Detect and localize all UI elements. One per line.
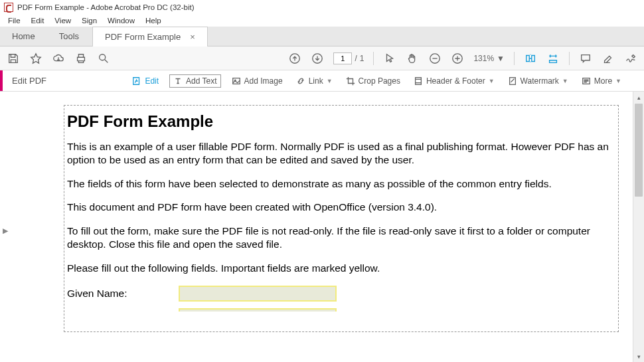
- tool-more[interactable]: More▼: [579, 74, 624, 88]
- given-name-field[interactable]: [179, 286, 337, 302]
- doc-heading[interactable]: PDF Form Example: [67, 112, 615, 131]
- cloud-icon[interactable]: [52, 52, 65, 65]
- doc-paragraph-4[interactable]: To fill out the form, make sure the PDF …: [67, 225, 615, 251]
- form-row-given-name: Given Name:: [67, 286, 615, 302]
- menu-sign[interactable]: Sign: [76, 15, 102, 26]
- zoom-level[interactable]: 131% ▼: [473, 54, 505, 63]
- chevron-down-icon: ▼: [615, 78, 621, 84]
- chevron-down-icon: ▼: [562, 78, 568, 84]
- tab-tools[interactable]: Tools: [47, 27, 91, 46]
- tool-edit[interactable]: Edit: [129, 74, 161, 88]
- separator: [514, 52, 515, 65]
- panel-expand-left[interactable]: ▶: [1, 225, 9, 236]
- tool-crop[interactable]: Crop Pages: [343, 74, 403, 88]
- acrobat-icon: [4, 3, 13, 12]
- page-down-icon[interactable]: [311, 52, 324, 65]
- tool-watermark-label: Watermark: [521, 76, 559, 86]
- chevron-down-icon: ▼: [489, 78, 495, 84]
- page-total: 1: [360, 54, 364, 63]
- edit-tools: Edit Add Text Add Image Link▼ Crop Pages…: [129, 74, 632, 88]
- svg-rect-7: [416, 77, 422, 84]
- scroll-up-icon[interactable]: ▴: [633, 92, 644, 103]
- page-current-input[interactable]: [333, 52, 352, 64]
- zoom-in-icon[interactable]: [451, 52, 464, 65]
- highlight-icon[interactable]: [602, 52, 615, 65]
- tool-add-text-label: Add Text: [186, 76, 216, 86]
- tool-link-label: Link: [309, 76, 323, 86]
- tab-document-label: PDF Form Example: [105, 32, 181, 42]
- svg-point-0: [100, 54, 106, 60]
- doc-paragraph-2[interactable]: The fields of this form have been select…: [67, 177, 615, 191]
- tool-add-image[interactable]: Add Image: [229, 74, 285, 88]
- doc-paragraph-5[interactable]: Please fill out the following fields. Im…: [67, 262, 615, 275]
- menu-window[interactable]: Window: [102, 15, 140, 26]
- hand-icon[interactable]: [406, 52, 419, 65]
- save-icon[interactable]: [7, 52, 20, 65]
- search-icon[interactable]: [97, 52, 110, 65]
- main-toolbar: / 1 131% ▼: [0, 46, 644, 70]
- chevron-down-icon: ▼: [497, 54, 505, 63]
- window-titlebar: PDF Form Example - Adobe Acrobat Pro DC …: [0, 0, 644, 15]
- zoom-out-icon[interactable]: [428, 52, 442, 65]
- form-row-next: [67, 308, 615, 312]
- menu-edit[interactable]: Edit: [26, 15, 50, 26]
- menu-view[interactable]: View: [49, 15, 76, 26]
- scroll-thumb[interactable]: [635, 104, 643, 197]
- star-icon[interactable]: [29, 52, 42, 65]
- menu-bar: File Edit View Sign Window Help: [0, 15, 644, 27]
- doc-paragraph-3[interactable]: This document and PDF form have been cre…: [67, 201, 615, 214]
- given-name-label[interactable]: Given Name:: [67, 288, 179, 300]
- fit-page-icon[interactable]: [546, 52, 560, 65]
- document-viewport[interactable]: PDF Form Example This is an example of a…: [12, 92, 632, 362]
- tool-link[interactable]: Link▼: [293, 74, 335, 88]
- tool-edit-label: Edit: [145, 76, 159, 86]
- edit-pdf-bar: Edit PDF Edit Add Text Add Image Link▼ C…: [0, 70, 644, 92]
- edit-pdf-label: Edit PDF: [3, 76, 56, 86]
- separator: [373, 52, 374, 65]
- tool-header-footer[interactable]: Header & Footer▼: [411, 74, 497, 88]
- separator: [569, 52, 570, 65]
- tab-document[interactable]: PDF Form Example ×: [92, 27, 208, 46]
- scroll-down-icon[interactable]: ▾: [633, 351, 644, 362]
- page-indicator: / 1: [333, 52, 364, 64]
- next-field[interactable]: [179, 308, 337, 312]
- vertical-scrollbar[interactable]: ▴ ▾: [633, 92, 644, 362]
- sign-icon[interactable]: [624, 52, 637, 65]
- doc-paragraph-1[interactable]: This is an example of a user fillable PD…: [67, 140, 615, 167]
- comment-icon[interactable]: [579, 52, 592, 65]
- zoom-value-label: 131%: [473, 54, 494, 63]
- pointer-icon[interactable]: [383, 52, 396, 65]
- close-icon[interactable]: ×: [190, 32, 195, 42]
- window-title: PDF Form Example - Adobe Acrobat Pro DC …: [17, 3, 195, 11]
- tool-add-text[interactable]: Add Text: [169, 74, 220, 88]
- tool-watermark[interactable]: Watermark▼: [505, 74, 571, 88]
- chevron-down-icon: ▼: [327, 78, 333, 84]
- tool-header-footer-label: Header & Footer: [426, 76, 485, 86]
- tool-crop-label: Crop Pages: [359, 76, 400, 86]
- menu-file[interactable]: File: [3, 15, 26, 26]
- tab-home[interactable]: Home: [0, 27, 47, 46]
- page-slash: /: [355, 54, 357, 63]
- fit-width-icon[interactable]: [524, 52, 537, 65]
- print-icon[interactable]: [74, 52, 88, 65]
- page-up-icon[interactable]: [288, 52, 301, 65]
- menu-help[interactable]: Help: [140, 15, 167, 26]
- tool-more-label: More: [594, 76, 612, 86]
- tool-add-image-label: Add Image: [244, 76, 283, 86]
- pdf-page[interactable]: PDF Form Example This is an example of a…: [64, 105, 619, 332]
- tab-strip: Home Tools PDF Form Example ×: [0, 27, 644, 46]
